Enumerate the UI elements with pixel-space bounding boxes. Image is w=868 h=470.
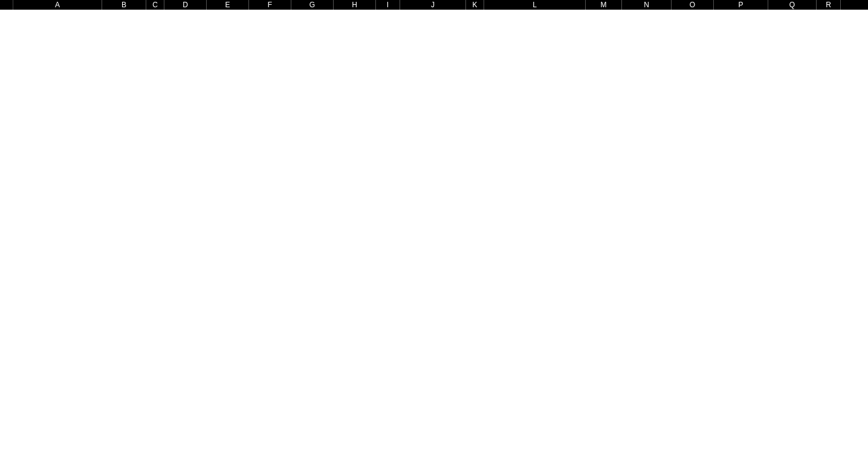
col-header-F[interactable]: F bbox=[249, 0, 291, 10]
col-header-E[interactable]: E bbox=[207, 0, 249, 10]
col-header-C[interactable]: C bbox=[146, 0, 164, 10]
col-header-P[interactable]: P bbox=[714, 0, 768, 10]
column-header-row: ABCDEFGHIJKLMNOPQR bbox=[0, 0, 868, 10]
col-header-K[interactable]: K bbox=[466, 0, 484, 10]
col-header-D[interactable]: D bbox=[164, 0, 207, 10]
col-header-O[interactable]: O bbox=[672, 0, 714, 10]
col-header-J[interactable]: J bbox=[400, 0, 466, 10]
col-header-I[interactable]: I bbox=[376, 0, 400, 10]
col-header-G[interactable]: G bbox=[291, 0, 334, 10]
col-header-N[interactable]: N bbox=[622, 0, 672, 10]
col-header-Q[interactable]: Q bbox=[768, 0, 817, 10]
col-header-H[interactable]: H bbox=[334, 0, 376, 10]
col-header-B[interactable]: B bbox=[102, 0, 146, 10]
col-header-L[interactable]: L bbox=[484, 0, 586, 10]
col-header-A[interactable]: A bbox=[13, 0, 102, 10]
select-all-corner[interactable] bbox=[0, 0, 13, 10]
col-header-M[interactable]: M bbox=[586, 0, 622, 10]
col-header-R[interactable]: R bbox=[817, 0, 841, 10]
